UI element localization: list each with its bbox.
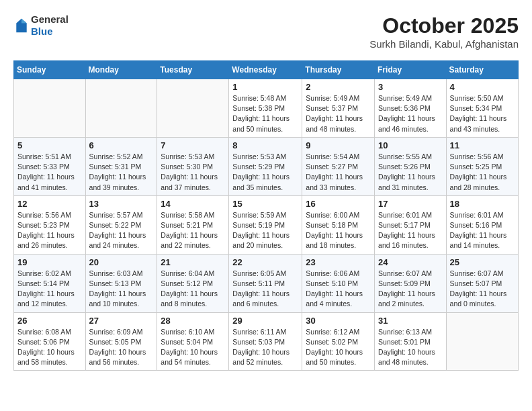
day-number: 15 xyxy=(232,199,298,209)
logo: General Blue xyxy=(13,13,69,38)
day-number: 6 xyxy=(89,140,154,150)
day-info: Sunrise: 6:08 AM Sunset: 5:06 PM Dayligh… xyxy=(17,327,82,368)
calendar-cell: 27Sunrise: 6:09 AM Sunset: 5:05 PM Dayli… xyxy=(85,312,157,371)
day-info: Sunrise: 6:01 AM Sunset: 5:17 PM Dayligh… xyxy=(378,210,443,251)
day-number: 22 xyxy=(232,257,298,267)
weekday-header: Wednesday xyxy=(229,61,302,79)
day-info: Sunrise: 6:10 AM Sunset: 5:04 PM Dayligh… xyxy=(161,327,225,368)
calendar-cell: 24Sunrise: 6:07 AM Sunset: 5:09 PM Dayli… xyxy=(375,254,447,312)
day-info: Sunrise: 6:01 AM Sunset: 5:16 PM Dayligh… xyxy=(450,210,515,251)
day-number: 17 xyxy=(378,199,443,209)
location-subtitle: Surkh Bilandi, Kabul, Afghanistan xyxy=(369,38,519,50)
calendar-cell: 28Sunrise: 6:10 AM Sunset: 5:04 PM Dayli… xyxy=(157,312,229,371)
calendar-cell xyxy=(157,79,229,138)
day-info: Sunrise: 5:49 AM Sunset: 5:37 PM Dayligh… xyxy=(306,93,371,134)
calendar-cell: 25Sunrise: 6:07 AM Sunset: 5:07 PM Dayli… xyxy=(446,254,518,312)
calendar-cell: 14Sunrise: 5:58 AM Sunset: 5:21 PM Dayli… xyxy=(157,195,229,254)
calendar-week-row: 12Sunrise: 5:56 AM Sunset: 5:23 PM Dayli… xyxy=(14,195,519,254)
calendar-cell: 20Sunrise: 6:03 AM Sunset: 5:13 PM Dayli… xyxy=(85,254,157,312)
calendar-cell: 22Sunrise: 6:05 AM Sunset: 5:11 PM Dayli… xyxy=(229,254,302,312)
calendar-cell: 16Sunrise: 6:00 AM Sunset: 5:18 PM Dayli… xyxy=(302,195,375,254)
day-info: Sunrise: 5:55 AM Sunset: 5:26 PM Dayligh… xyxy=(378,152,443,193)
day-number: 30 xyxy=(306,316,371,326)
calendar-cell: 13Sunrise: 5:57 AM Sunset: 5:22 PM Dayli… xyxy=(85,195,157,254)
calendar-cell: 4Sunrise: 5:50 AM Sunset: 5:34 PM Daylig… xyxy=(446,79,518,138)
day-info: Sunrise: 5:53 AM Sunset: 5:30 PM Dayligh… xyxy=(161,152,225,193)
day-number: 23 xyxy=(306,257,371,267)
calendar-cell: 11Sunrise: 5:56 AM Sunset: 5:25 PM Dayli… xyxy=(446,137,518,195)
calendar-cell: 23Sunrise: 6:06 AM Sunset: 5:10 PM Dayli… xyxy=(302,254,375,312)
calendar-cell: 21Sunrise: 6:04 AM Sunset: 5:12 PM Dayli… xyxy=(157,254,229,312)
calendar-cell: 26Sunrise: 6:08 AM Sunset: 5:06 PM Dayli… xyxy=(14,312,86,371)
day-number: 11 xyxy=(450,140,515,150)
logo-blue: Blue xyxy=(31,26,69,38)
day-number: 8 xyxy=(232,140,298,150)
calendar-cell: 7Sunrise: 5:53 AM Sunset: 5:30 PM Daylig… xyxy=(157,137,229,195)
day-number: 18 xyxy=(450,199,515,209)
day-info: Sunrise: 5:48 AM Sunset: 5:38 PM Dayligh… xyxy=(232,93,298,134)
day-info: Sunrise: 5:52 AM Sunset: 5:31 PM Dayligh… xyxy=(89,152,154,193)
weekday-header: Friday xyxy=(375,61,447,79)
calendar-cell: 2Sunrise: 5:49 AM Sunset: 5:37 PM Daylig… xyxy=(302,79,375,138)
day-number: 26 xyxy=(17,316,82,326)
day-number: 27 xyxy=(89,316,154,326)
page-header: General Blue October 2025 Surkh Bilandi,… xyxy=(13,13,519,50)
logo-general: General xyxy=(31,13,69,26)
day-number: 29 xyxy=(232,316,298,326)
day-info: Sunrise: 6:13 AM Sunset: 5:01 PM Dayligh… xyxy=(378,327,443,368)
day-number: 25 xyxy=(450,257,515,267)
calendar-cell: 10Sunrise: 5:55 AM Sunset: 5:26 PM Dayli… xyxy=(375,137,447,195)
month-title: October 2025 xyxy=(369,13,519,38)
day-info: Sunrise: 5:56 AM Sunset: 5:23 PM Dayligh… xyxy=(17,210,82,251)
title-block: October 2025 Surkh Bilandi, Kabul, Afgha… xyxy=(369,13,519,50)
day-number: 21 xyxy=(161,257,225,267)
day-info: Sunrise: 5:53 AM Sunset: 5:29 PM Dayligh… xyxy=(232,152,298,193)
calendar-cell: 3Sunrise: 5:49 AM Sunset: 5:36 PM Daylig… xyxy=(375,79,447,138)
day-info: Sunrise: 5:51 AM Sunset: 5:33 PM Dayligh… xyxy=(17,152,82,193)
svg-marker-1 xyxy=(21,19,27,24)
day-number: 31 xyxy=(378,316,443,326)
day-info: Sunrise: 6:07 AM Sunset: 5:09 PM Dayligh… xyxy=(378,269,443,310)
day-number: 13 xyxy=(89,199,154,209)
weekday-header: Tuesday xyxy=(157,61,229,79)
calendar-cell: 30Sunrise: 6:12 AM Sunset: 5:02 PM Dayli… xyxy=(302,312,375,371)
weekday-header: Sunday xyxy=(14,61,86,79)
day-info: Sunrise: 6:03 AM Sunset: 5:13 PM Dayligh… xyxy=(89,269,154,310)
calendar-week-row: 1Sunrise: 5:48 AM Sunset: 5:38 PM Daylig… xyxy=(14,79,519,138)
day-number: 3 xyxy=(378,82,443,92)
logo-icon xyxy=(15,17,28,34)
day-number: 19 xyxy=(17,257,82,267)
calendar-cell: 29Sunrise: 6:11 AM Sunset: 5:03 PM Dayli… xyxy=(229,312,302,371)
day-info: Sunrise: 6:00 AM Sunset: 5:18 PM Dayligh… xyxy=(306,210,371,251)
calendar-cell: 19Sunrise: 6:02 AM Sunset: 5:14 PM Dayli… xyxy=(14,254,86,312)
day-number: 5 xyxy=(17,140,82,150)
day-info: Sunrise: 6:07 AM Sunset: 5:07 PM Dayligh… xyxy=(450,269,515,310)
calendar-week-row: 19Sunrise: 6:02 AM Sunset: 5:14 PM Dayli… xyxy=(14,254,519,312)
day-number: 12 xyxy=(17,199,82,209)
day-number: 7 xyxy=(161,140,225,150)
day-number: 28 xyxy=(161,316,225,326)
weekday-header: Monday xyxy=(85,61,157,79)
day-info: Sunrise: 5:58 AM Sunset: 5:21 PM Dayligh… xyxy=(161,210,225,251)
weekday-header: Thursday xyxy=(302,61,375,79)
day-number: 20 xyxy=(89,257,154,267)
calendar-cell: 31Sunrise: 6:13 AM Sunset: 5:01 PM Dayli… xyxy=(375,312,447,371)
calendar-cell xyxy=(446,312,518,371)
day-number: 14 xyxy=(161,199,225,209)
calendar-cell: 8Sunrise: 5:53 AM Sunset: 5:29 PM Daylig… xyxy=(229,137,302,195)
day-info: Sunrise: 5:59 AM Sunset: 5:19 PM Dayligh… xyxy=(232,210,298,251)
calendar-cell: 12Sunrise: 5:56 AM Sunset: 5:23 PM Dayli… xyxy=(14,195,86,254)
calendar-week-row: 26Sunrise: 6:08 AM Sunset: 5:06 PM Dayli… xyxy=(14,312,519,371)
day-info: Sunrise: 6:04 AM Sunset: 5:12 PM Dayligh… xyxy=(161,269,225,310)
day-info: Sunrise: 5:56 AM Sunset: 5:25 PM Dayligh… xyxy=(450,152,515,193)
day-info: Sunrise: 6:11 AM Sunset: 5:03 PM Dayligh… xyxy=(232,327,298,368)
calendar-cell xyxy=(85,79,157,138)
logo-text: General Blue xyxy=(31,13,69,38)
calendar-cell: 9Sunrise: 5:54 AM Sunset: 5:27 PM Daylig… xyxy=(302,137,375,195)
calendar-week-row: 5Sunrise: 5:51 AM Sunset: 5:33 PM Daylig… xyxy=(14,137,519,195)
weekday-header: Saturday xyxy=(446,61,518,79)
calendar-cell: 6Sunrise: 5:52 AM Sunset: 5:31 PM Daylig… xyxy=(85,137,157,195)
day-info: Sunrise: 6:02 AM Sunset: 5:14 PM Dayligh… xyxy=(17,269,82,310)
day-number: 4 xyxy=(450,82,515,92)
day-info: Sunrise: 5:54 AM Sunset: 5:27 PM Dayligh… xyxy=(306,152,371,193)
